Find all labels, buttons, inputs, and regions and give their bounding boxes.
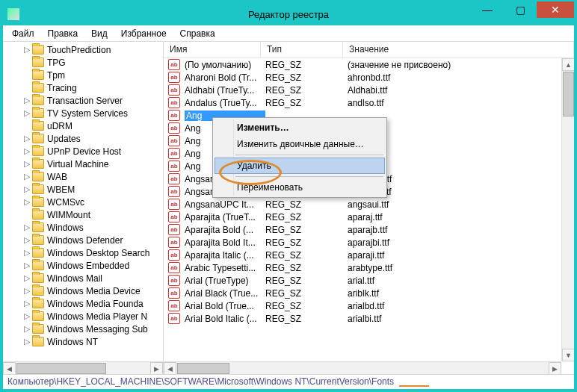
expand-icon[interactable]: ▷: [22, 96, 31, 105]
scroll-right-icon[interactable]: ▶: [549, 362, 561, 374]
tree-item[interactable]: ▷Windows NT: [3, 335, 163, 348]
tree-item[interactable]: WIMMount: [3, 208, 163, 221]
scroll-right-icon[interactable]: ▶: [150, 362, 163, 374]
minimize-button[interactable]: —: [471, 1, 504, 18]
expand-icon[interactable]: ▷: [22, 248, 31, 258]
list-row[interactable]: abAparajita Bold It...REG_SZaparajbi.ttf: [164, 236, 574, 249]
list-vscroll[interactable]: ▲ ▼: [561, 58, 574, 361]
tree-item[interactable]: ▷Windows Embedded: [3, 259, 163, 272]
scroll-down-icon[interactable]: ▼: [562, 349, 574, 361]
tree-item[interactable]: ▷WBEM: [3, 183, 163, 196]
tree-item[interactable]: ▷Windows Defender: [3, 234, 163, 246]
list-row[interactable]: abAparajita Bold (...REG_SZaparajb.ttf: [164, 223, 574, 236]
list-row[interactable]: abAldhabi (TrueTy...REG_SZAldhabi.ttf: [164, 84, 574, 96]
tree-item-label: uDRM: [47, 121, 72, 131]
tree-item[interactable]: ▷Windows Media Player N: [3, 310, 163, 323]
close-button[interactable]: ✕: [537, 1, 574, 18]
ctx-modify[interactable]: Изменить…: [215, 119, 385, 136]
list-row[interactable]: ab(По умолчанию)REG_SZ(значение не присв…: [164, 58, 574, 71]
expand-icon[interactable]: ▷: [22, 286, 31, 296]
list-hscroll[interactable]: ◀ ▶: [164, 361, 561, 374]
row-value: aparaj.ttf: [348, 212, 574, 223]
scroll-left-icon[interactable]: ◀: [164, 362, 176, 374]
folder-icon: [32, 337, 44, 346]
titlebar[interactable]: Редактор реестра — ▢ ✕: [3, 3, 574, 25]
tree-item[interactable]: ▷Windows Mail: [3, 272, 163, 284]
expand-icon[interactable]: ▷: [22, 324, 31, 334]
ctx-delete[interactable]: Удалить: [215, 158, 385, 174]
tree-item-label: WIMMount: [47, 210, 90, 220]
ctx-separator: [235, 176, 383, 177]
tree-item[interactable]: ▷Windows: [3, 221, 163, 234]
ctx-modify-binary[interactable]: Изменить двоичные данные…: [215, 136, 385, 152]
list-row[interactable]: abArial Bold (True...REG_SZarialbd.ttf: [164, 299, 574, 312]
folder-icon: [32, 235, 44, 245]
list-row[interactable]: abArabic Typesetti...REG_SZarabtype.ttf: [164, 261, 574, 274]
list-row[interactable]: abAparajita Italic (...REG_SZaparaji.ttf: [164, 249, 574, 261]
expand-icon[interactable]: ▷: [22, 223, 31, 232]
col-name[interactable]: Имя: [164, 42, 261, 57]
menu-file[interactable]: Файл: [6, 27, 40, 40]
list-row[interactable]: abAngsanaUPC It...REG_SZangsaui.ttf: [164, 198, 574, 211]
expand-icon[interactable]: ▷: [22, 299, 31, 308]
tree-item[interactable]: ▷Updates: [3, 132, 163, 145]
scroll-up-icon[interactable]: ▲: [562, 58, 574, 71]
expand-icon[interactable]: ▷: [22, 172, 31, 181]
row-type: REG_SZ: [265, 85, 348, 96]
tree-item[interactable]: uDRM: [3, 119, 163, 132]
expand-icon[interactable]: ▷: [22, 337, 31, 346]
tree-hscroll[interactable]: ◀ ▶: [3, 361, 163, 374]
tree-item[interactable]: ▷WCMSvc: [3, 196, 163, 208]
row-name: AngsanaUPC It...: [185, 199, 265, 210]
tree-item[interactable]: Tracing: [3, 81, 163, 94]
list-row[interactable]: abAparajita (TrueT...REG_SZaparaj.ttf: [164, 211, 574, 223]
ctx-rename[interactable]: Переименовать: [215, 179, 385, 196]
tree-item[interactable]: ▷UPnP Device Host: [3, 145, 163, 158]
menu-favorites[interactable]: Избранное: [115, 27, 173, 40]
expand-icon[interactable]: ▷: [22, 311, 31, 321]
string-value-icon: ab: [168, 249, 180, 261]
menu-edit[interactable]: Правка: [42, 27, 84, 40]
maximize-button[interactable]: ▢: [504, 1, 537, 18]
hscroll-thumb[interactable]: [177, 363, 229, 374]
expand-icon[interactable]: ▷: [22, 235, 31, 245]
expand-icon[interactable]: ▷: [22, 184, 31, 194]
tree-item[interactable]: ▷Windows Desktop Search: [3, 246, 163, 259]
list-row[interactable]: abArial Bold Italic (...REG_SZarialbi.tt…: [164, 312, 574, 325]
list-row[interactable]: abAndalus (TrueTy...REG_SZandlso.ttf: [164, 96, 574, 109]
tree-item[interactable]: Tpm: [3, 69, 163, 81]
list-row[interactable]: abArial (TrueType)REG_SZarial.ttf: [164, 274, 574, 287]
tree-item[interactable]: ▷Windows Media Device: [3, 284, 163, 297]
scroll-left-icon[interactable]: ◀: [3, 362, 16, 374]
expand-icon[interactable]: ▷: [22, 159, 31, 169]
vscroll-thumb[interactable]: [563, 72, 574, 116]
tree-item[interactable]: ▷WAB: [3, 170, 163, 183]
tree-item[interactable]: ▷Transaction Server: [3, 94, 163, 107]
hscroll-thumb[interactable]: [16, 363, 106, 374]
menu-view[interactable]: Вид: [85, 27, 114, 40]
expand-icon[interactable]: ▷: [22, 261, 31, 270]
tree-item[interactable]: TPG: [3, 56, 163, 69]
list-row[interactable]: abAharoni Bold (Tr...REG_SZahronbd.ttf: [164, 71, 574, 84]
registry-tree[interactable]: ▷TouchPredictionTPGTpmTracing▷Transactio…: [3, 42, 163, 361]
menu-help[interactable]: Справка: [174, 27, 221, 40]
list-row[interactable]: abArial Black (True...REG_SZariblk.ttf: [164, 287, 574, 299]
expand-icon[interactable]: ▷: [22, 273, 31, 283]
tree-item[interactable]: ▷Windows Messaging Sub: [3, 323, 163, 335]
tree-item-label: Windows Media Player N: [47, 311, 147, 322]
row-name: Arial Bold (True...: [185, 301, 265, 311]
tree-item[interactable]: ▷TouchPrediction: [3, 43, 163, 56]
expand-icon[interactable]: ▷: [22, 45, 31, 55]
col-value[interactable]: Значение: [343, 42, 574, 57]
row-value: (значение не присвоено): [348, 60, 574, 70]
expand-icon[interactable]: ▷: [22, 146, 31, 156]
tree-item[interactable]: ▷Virtual Machine: [3, 158, 163, 170]
col-type[interactable]: Тип: [261, 42, 343, 57]
list-body[interactable]: ab(По умолчанию)REG_SZ(значение не присв…: [164, 58, 574, 374]
expand-icon[interactable]: ▷: [22, 134, 31, 143]
expand-icon[interactable]: ▷: [22, 197, 31, 207]
tree-item-label: TPG: [47, 57, 66, 68]
expand-icon[interactable]: ▷: [22, 108, 31, 118]
tree-item[interactable]: ▷Windows Media Founda: [3, 297, 163, 310]
tree-item[interactable]: ▷TV System Services: [3, 107, 163, 119]
